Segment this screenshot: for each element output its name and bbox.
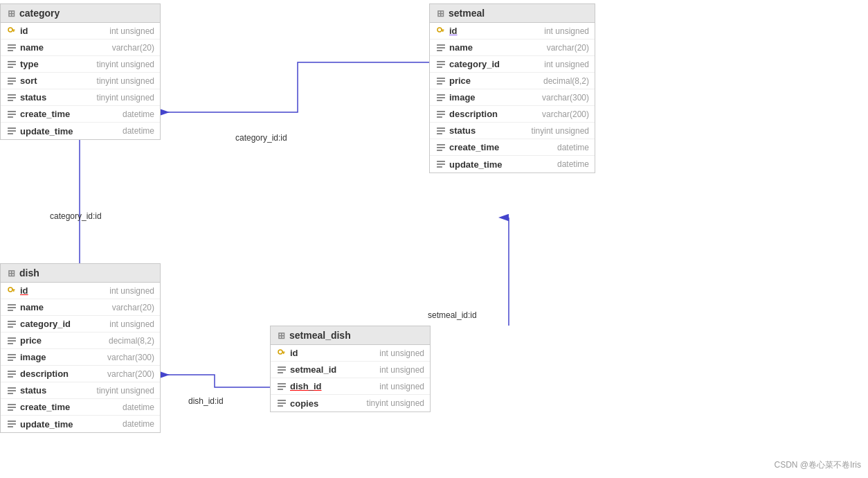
- svg-rect-59: [8, 337, 16, 339]
- table-dish: ⊞ dish id int unsigned name varchar(20) …: [0, 263, 161, 433]
- col-icon: [6, 302, 17, 313]
- col-type: datetime: [123, 419, 154, 429]
- col-icon: [6, 352, 17, 363]
- svg-rect-26: [437, 44, 445, 46]
- svg-rect-55: [8, 310, 13, 311]
- table-row: price decimal(8,2): [430, 73, 595, 89]
- col-icon: [435, 142, 446, 153]
- svg-rect-36: [437, 97, 445, 98]
- svg-rect-17: [8, 111, 16, 112]
- table-row: setmeal_id int unsigned: [271, 362, 430, 378]
- svg-rect-7: [8, 50, 13, 51]
- table-setmeal-dish: ⊞ setmeal_dish id int unsigned setmeal_i…: [270, 326, 431, 412]
- svg-rect-48: [437, 163, 445, 165]
- svg-rect-8: [8, 61, 16, 62]
- table-row: create_time datetime: [1, 399, 160, 416]
- table-row: sort tinyint unsigned: [1, 73, 160, 89]
- table-row: status tinyint unsigned: [1, 382, 160, 399]
- table-row: id int unsigned: [1, 23, 160, 39]
- col-type: varchar(20): [112, 43, 154, 53]
- col-icon: [435, 92, 446, 103]
- table-row: update_time datetime: [1, 416, 160, 432]
- col-type: int unsigned: [109, 319, 154, 329]
- col-type: tinyint unsigned: [97, 93, 154, 103]
- table-row: category_id int unsigned: [430, 56, 595, 73]
- col-type: tinyint unsigned: [367, 398, 424, 408]
- pk-icon: [435, 26, 446, 37]
- svg-rect-74: [8, 421, 16, 422]
- svg-rect-84: [278, 386, 286, 387]
- col-type: decimal(8,2): [543, 76, 589, 86]
- col-type: tinyint unsigned: [97, 386, 154, 396]
- table-row: dish_id int unsigned: [271, 378, 430, 395]
- svg-rect-56: [8, 321, 16, 322]
- table-row: image varchar(300): [1, 349, 160, 366]
- connector-setmeal-dish-to-dish: [159, 375, 270, 387]
- col-type: datetime: [557, 143, 589, 152]
- col-name: type: [20, 59, 82, 69]
- col-name: description: [20, 369, 82, 379]
- col-name: price: [449, 76, 512, 86]
- col-icon: [6, 109, 17, 120]
- col-name: category_id: [449, 59, 512, 69]
- table-row: copies tinyint unsigned: [271, 395, 430, 411]
- col-name: status: [449, 125, 512, 136]
- col-type: int unsigned: [544, 60, 589, 69]
- col-type: tinyint unsigned: [97, 60, 154, 69]
- table-row: price decimal(8,2): [1, 333, 160, 349]
- col-type: varchar(20): [112, 303, 154, 312]
- col-icon: [6, 76, 17, 87]
- svg-rect-13: [8, 83, 13, 85]
- col-type: varchar(200): [542, 109, 589, 119]
- table-category-title: category: [19, 8, 60, 19]
- svg-rect-39: [437, 114, 445, 115]
- table-row: id int unsigned: [1, 283, 160, 299]
- col-icon: [276, 398, 287, 409]
- svg-rect-80: [278, 366, 286, 368]
- svg-rect-62: [8, 354, 16, 355]
- col-type: int unsigned: [379, 382, 424, 391]
- table-row: description varchar(200): [1, 366, 160, 382]
- db-canvas: category_id:id category_id:id dish_id:id…: [0, 0, 868, 478]
- svg-rect-9: [8, 64, 16, 65]
- col-name: copies: [290, 398, 352, 409]
- svg-rect-38: [437, 111, 445, 112]
- col-name: price: [20, 335, 82, 346]
- connector-label-1: category_id:id: [235, 133, 287, 143]
- svg-rect-46: [437, 150, 442, 151]
- table-setmeal: ⊞ setmeal id int unsigned name varchar(2…: [429, 3, 595, 173]
- svg-rect-3: [12, 29, 15, 30]
- svg-rect-67: [8, 376, 13, 378]
- table-row: name varchar(20): [1, 39, 160, 56]
- col-name: image: [20, 352, 82, 362]
- svg-rect-33: [437, 80, 445, 82]
- col-type: int unsigned: [544, 26, 589, 36]
- col-icon: [435, 125, 446, 136]
- svg-rect-10: [8, 67, 13, 68]
- col-icon: [435, 159, 446, 170]
- svg-rect-51: [12, 289, 15, 290]
- svg-rect-83: [278, 383, 286, 384]
- table-icon: ⊞: [437, 8, 444, 19]
- table-row: description varchar(200): [430, 106, 595, 123]
- svg-rect-63: [8, 357, 16, 358]
- svg-rect-15: [8, 97, 16, 98]
- col-type: int unsigned: [379, 348, 424, 358]
- svg-rect-71: [8, 404, 16, 405]
- table-row: status tinyint unsigned: [430, 123, 595, 139]
- table-category-header: ⊞ category: [1, 4, 160, 23]
- table-row: name varchar(20): [1, 299, 160, 316]
- svg-rect-12: [8, 80, 16, 82]
- col-name: id: [449, 26, 512, 36]
- col-type: datetime: [123, 126, 154, 136]
- col-name: id: [20, 26, 82, 36]
- col-icon: [435, 109, 446, 120]
- svg-rect-16: [8, 100, 13, 101]
- svg-point-50: [8, 287, 12, 292]
- svg-rect-82: [278, 372, 283, 373]
- svg-rect-61: [8, 343, 13, 344]
- svg-rect-42: [437, 130, 445, 132]
- svg-rect-49: [437, 166, 442, 168]
- table-row: category_id int unsigned: [1, 316, 160, 333]
- svg-point-23: [437, 28, 442, 32]
